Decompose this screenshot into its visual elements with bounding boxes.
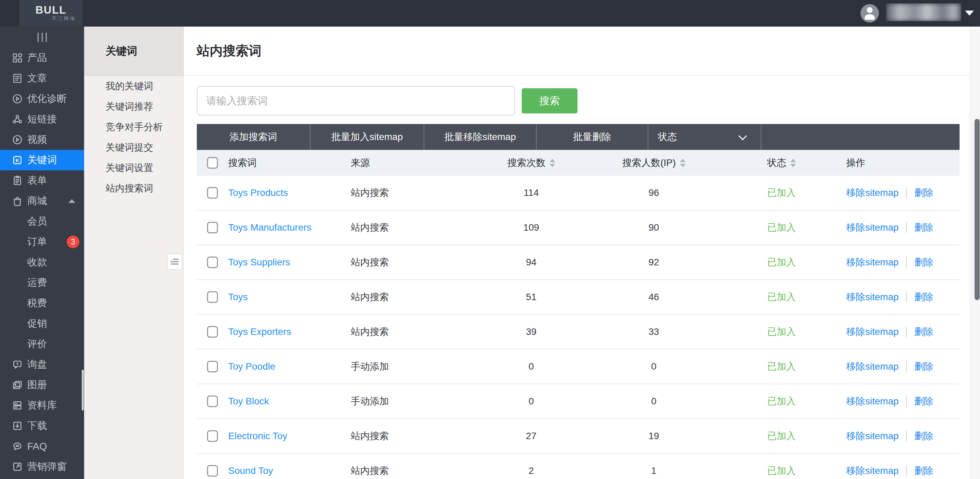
sidebar-item-marketing-popup[interactable]: 营销弹窗 (0, 457, 84, 477)
keyword-link[interactable]: Toy Poodle (228, 361, 275, 372)
table-row: Toys Manufacturers 站内搜索 109 90 已加入 移除sit… (197, 211, 959, 245)
row-checkbox[interactable] (207, 396, 218, 407)
sidebar-item-videos[interactable]: 视频 (0, 129, 84, 150)
remove-sitemap-link[interactable]: 移除sitemap (846, 430, 899, 442)
row-checkbox[interactable] (207, 291, 218, 303)
delete-link[interactable]: 删除 (914, 256, 933, 269)
row-checkbox[interactable] (207, 222, 218, 233)
sidebar-subitem-promotions[interactable]: 促销 (0, 313, 84, 334)
sidebar-collapse-handle[interactable] (0, 27, 84, 48)
sidebar-item-mall[interactable]: 商城 (0, 191, 84, 211)
delete-link[interactable]: 删除 (914, 465, 933, 477)
sidebar-subitem-members[interactable]: 会员 (0, 211, 84, 232)
bulk-remove-sitemap-button[interactable]: 批量移除sitemap (424, 124, 537, 150)
sidebar-item-albums[interactable]: 图册 (0, 375, 84, 395)
sort-count-control[interactable] (550, 159, 555, 167)
keyword-link[interactable]: Toys Manufacturers (228, 222, 311, 233)
sidebar-subitem-reviews[interactable]: 评价 (0, 334, 84, 354)
source-cell: 站内搜索 (351, 186, 389, 199)
keyword-link[interactable]: Toys (228, 292, 248, 303)
sidebar-item-forms[interactable]: 表单 (0, 170, 84, 191)
sidebar-subitem-orders[interactable]: 订单 3 (0, 232, 84, 252)
delete-link[interactable]: 删除 (914, 360, 933, 373)
sidebar-scrollbar-thumb[interactable] (82, 370, 84, 410)
document-icon (12, 73, 23, 84)
sidebar-item-inquiries[interactable]: ¥ 询盘 (0, 354, 84, 375)
bulk-add-sitemap-button[interactable]: 批量加入sitemap (310, 124, 424, 150)
sidebar-item-label: 询盘 (0, 358, 47, 371)
submenu-item-my-keywords[interactable]: 我的关键词 (84, 76, 183, 96)
submenu-item-keyword-suggestions[interactable]: 关键词推荐 (84, 96, 183, 117)
sidebar-item-label: 图册 (0, 378, 47, 392)
submenu-item-keyword-submission[interactable]: 关键词提交 (84, 137, 183, 158)
topbar: BULL 不二网络 (0, 0, 980, 27)
user-name-redacted[interactable] (886, 3, 961, 21)
count-cell: 27 (526, 431, 536, 442)
delete-link[interactable]: 删除 (914, 186, 933, 199)
remove-sitemap-link[interactable]: 移除sitemap (846, 325, 899, 338)
delete-link[interactable]: 删除 (914, 395, 933, 408)
source-cell: 手动添加 (351, 395, 389, 408)
search-button[interactable]: 搜索 (522, 88, 578, 113)
clipboard-icon (12, 175, 23, 186)
remove-sitemap-link[interactable]: 移除sitemap (846, 291, 899, 303)
column-header-source: 来源 (347, 156, 490, 169)
delete-link[interactable]: 删除 (914, 430, 933, 442)
sidebar-item-shortlinks[interactable]: 短链接 (0, 109, 84, 129)
sidebar-subitem-tax[interactable]: 税费 (0, 293, 84, 313)
remove-sitemap-link[interactable]: 移除sitemap (846, 221, 899, 234)
user-menu-caret-icon[interactable] (965, 11, 974, 16)
keyword-link[interactable]: Toys Suppliers (228, 257, 290, 268)
sidebar-item-label: 商城 (0, 194, 47, 208)
window-scrollbar-track[interactable] (969, 27, 980, 479)
bulk-delete-button[interactable]: 批量删除 (537, 124, 648, 150)
user-avatar[interactable] (861, 4, 879, 22)
submenu-item-competitor-analysis[interactable]: 竞争对手分析 (84, 117, 183, 137)
sort-ip-control[interactable] (680, 159, 686, 167)
remove-sitemap-link[interactable]: 移除sitemap (846, 395, 899, 408)
row-checkbox[interactable] (207, 465, 218, 477)
sidebar-item-keywords[interactable]: K 关键词 (0, 150, 84, 170)
submenu-item-site-search-terms[interactable]: 站内搜索词 (84, 178, 183, 199)
row-checkbox[interactable] (207, 361, 218, 372)
row-checkbox[interactable] (207, 257, 218, 268)
keyword-link[interactable]: Toys Exporters (228, 326, 291, 337)
delete-link[interactable]: 删除 (914, 325, 933, 338)
sidebar-item-faq[interactable]: FAQ (0, 436, 84, 457)
sidebar-item-articles[interactable]: 文章 (0, 68, 84, 89)
delete-link[interactable]: 删除 (914, 221, 933, 234)
action-divider (906, 222, 907, 233)
table-row: Toy Poodle 手动添加 0 0 已加入 移除sitemap 删除 (197, 350, 959, 384)
sort-status-control[interactable] (790, 159, 796, 167)
sidebar-subitem-shipping[interactable]: 运费 (0, 273, 84, 293)
window-scrollbar-thumb[interactable] (975, 119, 980, 300)
brand-logo-subtext: 不二网络 (52, 16, 76, 22)
row-checkbox[interactable] (207, 430, 218, 442)
submenu-item-keyword-settings[interactable]: 关键词设置 (84, 158, 183, 178)
sidebar-item-products[interactable]: 产品 (0, 48, 84, 68)
sidebar-subitem-payments[interactable]: 收款 (0, 252, 84, 273)
status-filter-dropdown[interactable]: 状态 (648, 124, 761, 150)
search-input[interactable] (197, 86, 515, 115)
remove-sitemap-link[interactable]: 移除sitemap (846, 256, 899, 269)
row-checkbox[interactable] (207, 326, 218, 338)
count-cell: 114 (524, 187, 539, 198)
row-checkbox[interactable] (207, 187, 218, 199)
keyword-link[interactable]: Toy Block (228, 396, 269, 407)
brand-logo: BULL 不二网络 (19, 0, 83, 27)
keyword-link[interactable]: Toys Products (228, 187, 288, 198)
sidebar-item-library[interactable]: 资料库 (0, 395, 84, 416)
select-all-checkbox[interactable] (207, 157, 218, 169)
sidebar-item-downloads[interactable]: 下载 (0, 416, 84, 436)
remove-sitemap-link[interactable]: 移除sitemap (846, 360, 899, 373)
delete-link[interactable]: 删除 (914, 291, 933, 303)
submenu-collapse-button[interactable] (167, 253, 183, 270)
add-search-term-button[interactable]: 添加搜索词 (197, 124, 310, 150)
remove-sitemap-link[interactable]: 移除sitemap (846, 465, 899, 477)
keyword-link[interactable]: Electronic Toy (228, 431, 287, 442)
ip-cell: 1 (651, 465, 657, 476)
grid-icon (12, 53, 23, 63)
keyword-link[interactable]: Sound Toy (228, 465, 273, 476)
sidebar-item-optimization[interactable]: 优化诊断 (0, 89, 84, 109)
remove-sitemap-link[interactable]: 移除sitemap (846, 186, 899, 199)
